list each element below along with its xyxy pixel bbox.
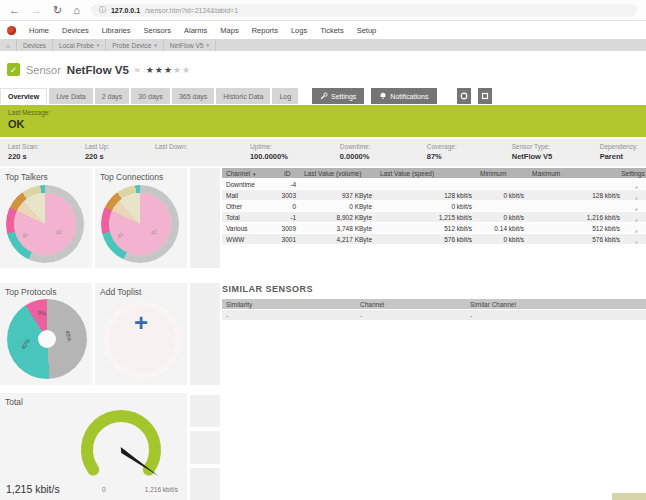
stat-value: 87% (427, 152, 512, 161)
breadcrumb: ⌂ Devices Local Probe▾ Probe Device▾ Net… (0, 39, 646, 51)
cell-volume: 0 KByte (296, 203, 372, 210)
stat-coverage: Coverage:87% (427, 143, 512, 166)
top-protocols-pie-chart[interactable]: 49% 42% 9% (7, 299, 87, 379)
cell-channel: Mail (222, 192, 276, 199)
stat-value: 0.0000% (340, 152, 427, 161)
cell-speed: 512 kbit/s (372, 225, 472, 232)
browser-home-icon[interactable]: ⌂ (73, 5, 80, 16)
panel-title: Add Toplist (95, 283, 187, 297)
tab-log[interactable]: Log (272, 88, 298, 104)
stat-value: 220 s (85, 152, 155, 161)
panel-add-toplist[interactable]: Add Toplist + (95, 283, 187, 385)
nav-item-logs[interactable]: Logs (291, 26, 307, 35)
nav-item-sensors[interactable]: Sensors (143, 26, 171, 35)
breadcrumb-local-probe[interactable]: Local Probe▾ (53, 39, 106, 51)
nav-item-alarms[interactable]: Alarms (184, 26, 207, 35)
cell-speed: 1,215 kbit/s (372, 214, 472, 221)
table-row-www[interactable]: WWW 3001 4,217 KByte 576 kbit/s 0 kbit/s… (222, 234, 646, 245)
cell-id: 3003 (276, 192, 296, 199)
cell-speed: 576 kbit/s (372, 236, 472, 243)
stat-label: Downtime: (340, 143, 427, 150)
table-row-downtime[interactable]: Downtime -4 (222, 179, 646, 190)
cell-volume: 4,217 KByte (296, 236, 372, 243)
nav-item-tickets[interactable]: Tickets (320, 26, 343, 35)
stat-dependency: Dependency:Parent (600, 143, 638, 166)
panel-top-connections[interactable]: Top Connections 41 42 (95, 168, 187, 268)
table-row-total[interactable]: Total -1 8,902 KByte 1,215 kbit/s 0 kbit… (222, 212, 646, 223)
pause-icon[interactable]: ≈ (135, 65, 140, 75)
stat-uptime: Uptime:100.0000% (250, 143, 340, 166)
nav-item-home[interactable]: Home (29, 26, 49, 35)
gauge-value: 1,215 kbit/s (6, 483, 60, 495)
add-toplist-plus-icon[interactable]: + (95, 309, 187, 337)
panel-top-protocols[interactable]: Top Protocols 49% 42% 9% (0, 283, 92, 385)
similar-sensors-section: SIMILAR SENSORS Similarity Channel Simil… (222, 284, 646, 320)
header-id[interactable]: ID (276, 170, 296, 177)
last-message-label: Last Message: (8, 109, 638, 116)
clipped-panel (190, 395, 220, 427)
stat-downtime: Downtime:0.0000% (340, 143, 427, 166)
reload-icon[interactable]: ↻ (53, 5, 62, 16)
nav-item-reports[interactable]: Reports (252, 26, 278, 35)
header-channel[interactable]: Channel ▼ (222, 170, 276, 177)
table-row-various[interactable]: Various 3009 3,748 KByte 512 kbit/s 0.14… (222, 223, 646, 234)
back-icon[interactable]: ← (9, 5, 20, 16)
table-row-other[interactable]: Other 0 0 KByte 0 kbit/s (222, 201, 646, 212)
panel-top-talkers[interactable]: Top Talkers 41 42 (0, 168, 92, 268)
sort-caret-icon: ▼ (252, 172, 256, 177)
header-maximum[interactable]: Maximum (524, 170, 620, 177)
tab-30-days[interactable]: 30 days (131, 88, 170, 104)
tab-overview[interactable]: Overview (0, 88, 47, 104)
gear-button[interactable] (457, 88, 471, 104)
cell-id: 3001 (276, 236, 296, 243)
nav-item-setup[interactable]: Setup (357, 26, 377, 35)
header-last-value-volume[interactable]: Last Value (volume) (296, 170, 372, 177)
cell-channel: Downtime (222, 181, 276, 188)
cell-min: 0 kbit/s (472, 236, 524, 243)
notifications-button[interactable]: Notifications (371, 88, 436, 104)
top-talkers-donut-chart[interactable]: 41 42 (6, 185, 84, 263)
breadcrumb-devices[interactable]: Devices (17, 39, 53, 51)
panel-title: Top Connections (95, 168, 187, 182)
breadcrumb-label: NetFlow V5 (170, 42, 204, 49)
chevron-down-icon: ▾ (206, 42, 209, 48)
cell-similar-channel: - (470, 312, 646, 319)
top-connections-donut-chart[interactable]: 41 42 (101, 185, 179, 263)
forward-icon[interactable]: → (31, 5, 42, 16)
nav-item-devices[interactable]: Devices (62, 26, 89, 35)
similar-sensors-title: SIMILAR SENSORS (222, 284, 646, 294)
tab-365-days[interactable]: 365 days (172, 88, 214, 104)
tab-2-days[interactable]: 2 days (95, 88, 130, 104)
nav-item-libraries[interactable]: Libraries (102, 26, 131, 35)
cell-volume: 8,902 KByte (296, 214, 372, 221)
info-icon[interactable]: ⓘ (99, 5, 106, 15)
cell-min: 0 kbit/s (472, 192, 524, 199)
breadcrumb-probe-device[interactable]: Probe Device▾ (106, 39, 164, 51)
bell-icon (379, 92, 387, 100)
settings-button[interactable]: Settings (312, 88, 364, 104)
table-row-mail[interactable]: Mail 3003 937 KByte 128 kbit/s 0 kbit/s … (222, 190, 646, 201)
cell-min: 0.14 kbit/s (472, 225, 524, 232)
header-last-value-speed[interactable]: Last Value (speed) (372, 170, 472, 177)
url-bar[interactable]: ⓘ 127.0.0.1/sensor.htm?id=2124&tabid=1 (91, 4, 637, 17)
breadcrumb-netflow-v5[interactable]: NetFlow V5▾ (164, 39, 216, 51)
header-minimum[interactable]: Minimum (472, 170, 524, 177)
stat-value: Parent (600, 152, 638, 161)
last-message-banner: Last Message: OK (0, 105, 646, 137)
breadcrumb-home-icon[interactable]: ⌂ (0, 39, 17, 51)
priority-stars[interactable]: ★★★★★ (146, 65, 191, 75)
tab-historic-data[interactable]: Historic Data (216, 88, 270, 104)
tab-bar: Overview Live Data 2 days 30 days 365 da… (0, 88, 492, 104)
tab-live-data[interactable]: Live Data (49, 88, 93, 104)
url-path: /sensor.htm?id=2124&tabid=1 (145, 7, 238, 14)
stat-label: Last Down: (155, 143, 250, 150)
chart-label: 49% (64, 330, 72, 342)
stat-label: Uptime: (250, 143, 340, 150)
panel-title: Top Protocols (0, 283, 92, 297)
stop-button[interactable] (478, 88, 492, 104)
cell-max: 512 kbit/s (524, 225, 620, 232)
nav-item-maps[interactable]: Maps (220, 26, 238, 35)
panel-total-gauge[interactable]: Total 1,215 kbit/s 0 1,216 kbit/s (0, 393, 187, 500)
main-nav: Home Devices Libraries Sensors Alarms Ma… (0, 23, 646, 38)
stat-label: Last Scan: (8, 143, 85, 150)
